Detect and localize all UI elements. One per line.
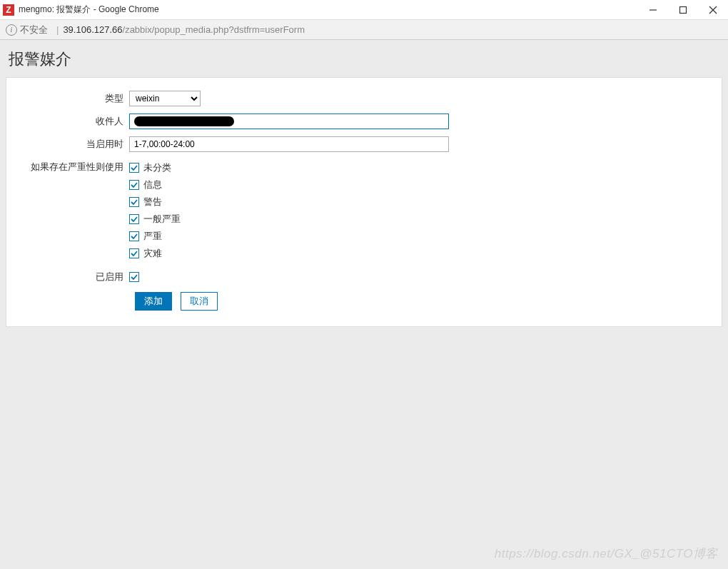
row-when-active: 当启用时 [6, 136, 722, 152]
checkbox-icon[interactable] [129, 163, 139, 173]
checkbox-icon[interactable] [129, 272, 139, 282]
cancel-button[interactable]: 取消 [181, 292, 218, 311]
svg-rect-1 [680, 7, 687, 14]
window-titlebar: Z mengmo: 报警媒介 - Google Chrome [0, 0, 728, 20]
redacted-content [134, 116, 234, 126]
severity-item[interactable]: 严重 [129, 228, 722, 245]
severity-item[interactable]: 信息 [129, 176, 722, 193]
severity-checklist: 未分类 信息 警告 一般严重 严重 [129, 159, 722, 262]
severity-label: 一般严重 [143, 213, 181, 226]
button-row: 添加 取消 [6, 292, 722, 311]
checkbox-icon[interactable] [129, 197, 139, 207]
severity-label: 信息 [143, 178, 162, 191]
form-panel: 类型 weixin 收件人 当启用时 如果存在严重性则使用 [6, 77, 722, 327]
label-recipient: 收件人 [6, 114, 129, 129]
severity-item[interactable]: 警告 [129, 193, 722, 211]
favicon-icon: Z [3, 4, 14, 16]
severity-item[interactable]: 灾难 [129, 245, 722, 262]
row-type: 类型 weixin [6, 91, 722, 106]
window-controls [638, 0, 728, 20]
recipient-input[interactable] [129, 114, 449, 129]
row-recipient: 收件人 [6, 114, 722, 129]
checkbox-icon[interactable] [129, 231, 139, 241]
page-content: 报警媒介 类型 weixin 收件人 当启用时 如 [0, 40, 728, 569]
address-bar[interactable]: i 不安全 | 39.106.127.66/zabbix/popup_media… [0, 20, 728, 40]
severity-label: 灾难 [143, 247, 162, 260]
label-enabled: 已启用 [6, 269, 129, 285]
submit-button[interactable]: 添加 [135, 292, 172, 311]
insecure-label: 不安全 [20, 24, 48, 36]
address-separator: | [56, 24, 59, 35]
checkbox-icon[interactable] [129, 180, 139, 190]
severity-item[interactable]: 一般严重 [129, 211, 722, 228]
page-title: 报警媒介 [0, 40, 728, 77]
checkbox-icon[interactable] [129, 214, 139, 224]
enabled-checkbox-wrap[interactable] [129, 269, 143, 285]
severity-label: 严重 [143, 230, 162, 243]
severity-label: 未分类 [143, 161, 171, 174]
label-severity: 如果存在严重性则使用 [6, 159, 129, 175]
checkbox-icon[interactable] [129, 248, 139, 258]
label-type: 类型 [6, 91, 129, 106]
row-enabled: 已启用 [6, 269, 722, 285]
type-select[interactable]: weixin [129, 91, 201, 106]
close-button[interactable] [698, 0, 728, 20]
info-icon[interactable]: i [6, 24, 17, 36]
minimize-button[interactable] [638, 0, 668, 20]
severity-item[interactable]: 未分类 [129, 159, 722, 176]
window-title: mengmo: 报警媒介 - Google Chrome [19, 4, 159, 16]
severity-label: 警告 [143, 196, 162, 208]
maximize-button[interactable] [668, 0, 698, 20]
when-active-input[interactable] [129, 136, 449, 152]
row-severity: 如果存在严重性则使用 未分类 信息 警告 一般严重 [6, 159, 722, 262]
url-host: 39.106.127.66 [63, 24, 122, 35]
label-when-active: 当启用时 [6, 136, 129, 152]
url-path: /zabbix/popup_media.php?dstfrm=userForm [123, 24, 305, 35]
